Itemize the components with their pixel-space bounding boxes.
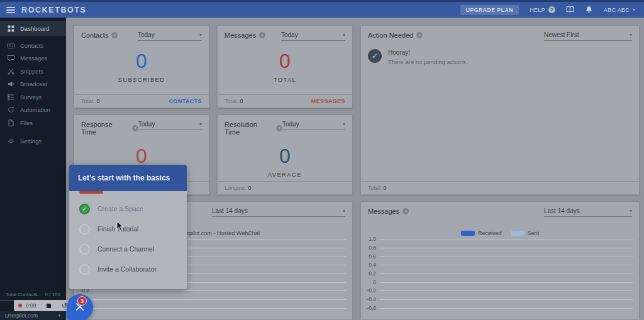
record-dot-icon [18,304,22,307]
docs-book-icon[interactable] [566,6,574,14]
chevron-down-icon: ▾ [633,7,635,13]
sidebar-item-dashboard[interactable]: Dashboard [0,21,66,36]
sidebar-item-contacts[interactable]: Contacts [0,39,66,52]
sidebar-item-label: Automation [20,106,50,113]
resolution-time-card: Resolution Time? Today▾ 0 AVERAGE Longes… [217,114,353,195]
chart-period-select[interactable]: Last 14 days▾ [212,207,345,217]
help-icon[interactable]: ? [132,125,138,131]
help-label: HELP [530,6,545,13]
unchecked-circle-icon [79,224,90,234]
y-tick: 0.8 [362,245,376,251]
widget-launcher-button[interactable]: 3 [67,294,93,320]
legend-label: Sent [528,230,540,236]
recorder-time: 0:00 [26,302,36,309]
account-name: ABC ABC [604,6,630,13]
checklist-item-create-space[interactable]: Create a Space [69,199,187,219]
megaphone-icon [8,80,14,87]
y-tick: -0.6 [362,306,376,311]
messages-period-select[interactable]: Today▾ [281,31,345,41]
contacts-period-select[interactable]: Today▾ [138,31,202,41]
help-icon[interactable]: ? [402,208,409,214]
chevron-down-icon: ▾ [343,121,345,127]
stop-button[interactable] [47,304,51,308]
help-icon[interactable]: ? [276,125,282,131]
chart-legend: Received Sent [361,230,639,236]
total-contacts-label: Total Contacts [6,292,38,297]
sidebar-item-settings[interactable]: Settings [0,135,66,148]
sidebar-item-label: Broadcast [20,80,47,87]
screen-recorder-toolbar: 0:00 ↺ [14,300,72,311]
resolution-period-select[interactable]: Today▾ [282,121,345,130]
help-icon[interactable]: ? [111,32,118,38]
unchecked-circle-icon [79,244,90,255]
sidebar-item-broadcast[interactable]: Broadcast [0,78,66,91]
contacts-count-label: SUBSCRIBED [74,76,209,83]
y-tick: -0.4 [362,297,376,302]
account-menu[interactable]: ABC ABC ▾ [604,6,635,13]
sidebar-item-label: Files [20,119,33,126]
y-tick: 0.4 [362,262,376,268]
bottom-site-bar: Userpilot.com + [0,311,66,320]
y-tick: -0.2 [362,288,376,294]
y-tick: 0 [362,280,376,285]
contacts-link[interactable]: CONTACTS [169,98,202,104]
card-title: Messages? [368,207,409,215]
upgrade-plan-button[interactable]: UPGRADE PLAN [460,5,519,15]
checklist-item-connect-channel[interactable]: Connect a Channel [69,239,187,259]
notification-badge: 3 [77,296,87,306]
sidebar-item-files[interactable]: Files [0,116,66,130]
contacts-icon [8,42,14,49]
checklist-item-invite-collaborator[interactable]: Invite a Collaborator [69,259,187,279]
chart-period-select[interactable]: Last 14 days▾ [544,207,632,217]
action-sort-select[interactable]: Newest First▾ [544,31,632,41]
hamburger-menu-icon[interactable] [6,7,15,13]
action-headline: Hooray! [388,49,467,56]
chevron-down-icon: ▾ [199,32,202,38]
app-window: ROCKETBOTS UPGRADE PLAN HELP ? ABC ABC ▾ [0,0,644,320]
chevron-down-icon: ▾ [199,121,202,127]
checklist-title: Let’s start with the basics [69,165,187,191]
sidebar-item-label: Surveys [20,94,42,101]
notifications-bell-icon[interactable] [585,6,593,14]
messages-link[interactable]: MESSAGES [311,98,345,104]
card-title: Action Needed? [368,31,423,39]
y-tick: 1.0 [362,236,376,242]
site-label: Userpilot.com [5,312,38,319]
help-icon[interactable]: ? [416,32,423,38]
sidebar-item-automation[interactable]: Automation [0,104,66,117]
check-circle-icon [368,49,382,63]
resolution-longest: Longest:0 [225,185,252,191]
checklist-item-label: Connect a Channel [97,245,154,253]
sidebar-item-snippets[interactable]: Snippets [0,65,66,78]
sidebar-item-surveys[interactable]: Surveys [0,91,66,104]
sidebar-item-label: Dashboard [20,25,49,32]
chat-icon [8,55,14,62]
contacts-count: 0 [74,50,209,73]
brand-logo: ROCKETBOTS [21,6,87,14]
sidebar-item-label: Snippets [20,68,43,75]
help-menu[interactable]: HELP ? [530,6,555,13]
resolution-time-value: 0 [218,145,352,168]
unchecked-circle-icon [79,264,90,275]
chevron-down-icon: ▾ [630,32,632,38]
sidebar-item-label: Contacts [20,42,44,49]
messages-chart-card: Messages? Last 14 days▾ Received Sent 1.… [360,201,640,320]
sidebar-item-label: Settings [20,138,42,145]
plus-icon[interactable]: + [58,312,61,319]
survey-list-icon [8,94,14,101]
sidebar-item-messages[interactable]: Messages [0,52,66,65]
total-contacts-value: 0 / 100 [45,292,60,297]
sync-icon [8,106,14,113]
file-icon [8,119,14,126]
messages-card: Messages? Today▾ 0 TOTAL Total:0 MESSAGE… [217,25,353,108]
checklist-item-label: Create a Space [97,205,143,212]
checklist-item-finish-tutorial[interactable]: Finish Tutorial [69,219,187,239]
card-title: Response Time? [81,121,138,136]
response-period-select[interactable]: Today▾ [138,121,202,130]
help-icon: ? [548,6,555,13]
checked-circle-icon [79,204,90,214]
card-title: Messages? [225,31,265,39]
action-needed-card: Action Needed? Newest First▾ Hooray! The… [360,25,640,195]
help-icon[interactable]: ? [259,32,265,38]
messages-count: 0 [218,50,352,73]
